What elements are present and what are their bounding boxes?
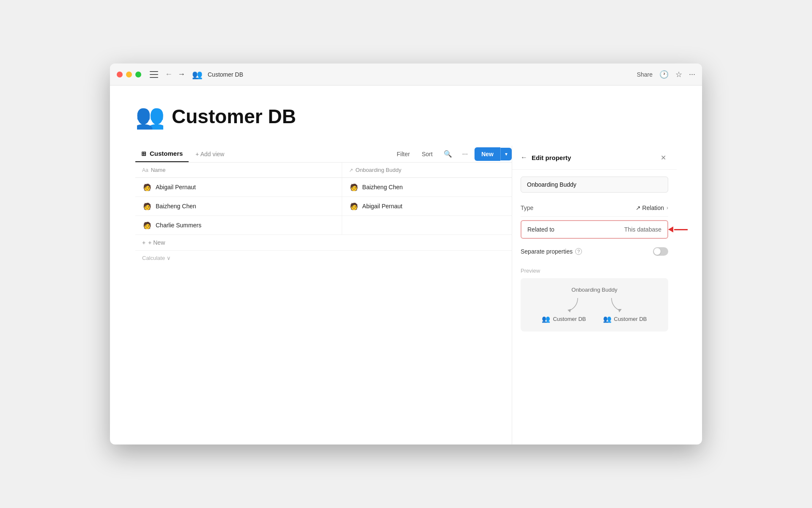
type-arrow-icon: ›: [667, 205, 668, 211]
maximize-button[interactable]: [135, 72, 141, 77]
titlebar-db-icon: 👥: [192, 69, 203, 80]
related-to-label: Related to: [527, 226, 554, 233]
page-header: 👥 Customer DB: [135, 102, 677, 130]
person-name-0: Abigail Pernaut: [156, 184, 196, 190]
new-button[interactable]: New: [475, 147, 500, 161]
table-row: 🧑 Baizheng Chen 🧑 Abigail Pernaut: [135, 197, 512, 216]
preview-db-items: 👥 Customer DB 👥 Customer DB: [542, 315, 647, 323]
avatar-2-name: 🧑: [142, 220, 152, 230]
type-label: Type: [521, 204, 533, 211]
add-new-row-button[interactable]: + + New: [135, 235, 512, 251]
col-header-name[interactable]: Aa Name: [135, 163, 342, 178]
tab-customers[interactable]: ⊞ Customers: [135, 146, 189, 162]
tabs-bar: ⊞ Customers + Add view Filter Sort 🔍 ···…: [135, 146, 512, 163]
more-icon[interactable]: ···: [459, 148, 471, 160]
panel-close-button[interactable]: ✕: [658, 152, 668, 163]
related-to-row[interactable]: Related to This database: [521, 220, 668, 239]
type-value: ↗ Relation ›: [636, 204, 668, 211]
avatar-0-name: 🧑: [142, 182, 152, 192]
type-value-text: ↗ Relation: [636, 204, 664, 211]
titlebar: ← → 👥 Customer DB Share 🕐 ☆ ···: [110, 64, 702, 86]
sort-button[interactable]: Sort: [417, 148, 437, 160]
svg-marker-1: [618, 309, 622, 312]
separate-label: Separate properties ?: [521, 248, 582, 255]
toggle-knob: [654, 248, 661, 255]
close-button[interactable]: [117, 72, 123, 77]
titlebar-title: Customer DB: [208, 71, 243, 78]
db-main: ⊞ Customers + Add view Filter Sort 🔍 ···…: [135, 146, 512, 444]
cell-name-1[interactable]: 🧑 Baizheng Chen: [135, 197, 342, 216]
preview-db-label-2: Customer DB: [614, 316, 647, 322]
cell-buddy-0[interactable]: 🧑 Baizheng Chen: [342, 178, 512, 197]
table-row: 🧑 Charlie Summers: [135, 216, 512, 235]
tabs-left: ⊞ Customers + Add view: [135, 146, 229, 162]
avatar-0-buddy: 🧑: [349, 182, 359, 192]
panel-back-button[interactable]: ←: [521, 154, 527, 161]
panel-header-left: ← Edit property: [521, 154, 571, 161]
panel-title: Edit property: [532, 154, 571, 161]
new-row-label: + New: [148, 239, 165, 246]
table-row: 🧑 Abigail Pernaut 🧑 Baizheng Chen: [135, 178, 512, 197]
col-label-name: Name: [151, 167, 166, 173]
red-arrow-indicator: [668, 226, 688, 232]
related-to-container: Related to This database: [521, 217, 668, 242]
page-title: Customer DB: [172, 105, 296, 128]
add-view-button[interactable]: + Add view: [190, 147, 229, 161]
cell-buddy-2[interactable]: [342, 216, 512, 235]
separate-toggle[interactable]: [653, 247, 668, 256]
red-arrow-head: [668, 226, 673, 232]
separate-properties-row: Separate properties ?: [521, 242, 668, 261]
svg-marker-0: [568, 309, 571, 312]
type-row[interactable]: Type ↗ Relation ›: [521, 199, 668, 217]
col-type-icon-buddy: ↗: [349, 167, 353, 173]
more-options-icon[interactable]: ···: [689, 70, 695, 79]
col-type-icon-name: Aa: [142, 167, 148, 173]
main-content: 👥 Customer DB ⊞ Customers + Add view: [110, 86, 702, 444]
calculate-label: Calculate: [142, 255, 165, 261]
preview-box: Onboarding Buddy: [521, 278, 668, 331]
cell-name-2[interactable]: 🧑 Charlie Summers: [135, 216, 342, 235]
preview-db-item-1: 👥 Customer DB: [542, 315, 586, 323]
preview-db-icon-2: 👥: [603, 315, 612, 323]
buddy-name-1: Abigail Pernaut: [362, 203, 403, 210]
search-icon[interactable]: 🔍: [440, 147, 455, 160]
col-header-buddy[interactable]: ↗ Onboarding Buddy: [342, 163, 512, 178]
person-name-1: Baizheng Chen: [156, 203, 196, 210]
star-icon[interactable]: ☆: [675, 70, 682, 79]
minimize-button[interactable]: [126, 72, 132, 77]
property-name-input[interactable]: [521, 177, 668, 193]
share-button[interactable]: Share: [637, 71, 653, 78]
forward-arrow[interactable]: →: [176, 69, 187, 80]
nav-arrows: ← →: [163, 69, 187, 80]
calculate-button[interactable]: Calculate ∨: [135, 251, 512, 265]
preview-section: Preview Onboarding Buddy: [521, 268, 668, 331]
related-to-value: This database: [624, 226, 661, 233]
cell-buddy-1[interactable]: 🧑 Abigail Pernaut: [342, 197, 512, 216]
back-arrow[interactable]: ←: [163, 69, 174, 80]
new-button-group: New ▾: [475, 147, 512, 161]
preview-db-item-2: 👥 Customer DB: [603, 315, 647, 323]
traffic-lights: [117, 72, 141, 77]
table-icon: ⊞: [141, 150, 146, 157]
page-icon: 👥: [135, 102, 165, 130]
tabs-right: Filter Sort 🔍 ··· New ▾: [392, 147, 512, 161]
cell-name-0[interactable]: 🧑 Abigail Pernaut: [135, 178, 342, 197]
help-icon[interactable]: ?: [575, 248, 582, 255]
history-icon[interactable]: 🕐: [659, 70, 669, 79]
preview-label: Preview: [521, 268, 668, 274]
preview-db-icon-1: 👥: [542, 315, 550, 323]
col-label-buddy: Onboarding Buddy: [356, 167, 401, 173]
table-container: Aa Name ↗ Onboarding Buddy: [135, 163, 512, 444]
filter-button[interactable]: Filter: [392, 148, 414, 160]
db-area: ⊞ Customers + Add view Filter Sort 🔍 ···…: [135, 146, 677, 444]
buddy-name-0: Baizheng Chen: [362, 184, 403, 190]
new-dropdown-arrow[interactable]: ▾: [500, 148, 512, 160]
plus-icon: +: [142, 239, 145, 246]
preview-arrows-svg: [557, 298, 633, 315]
avatar-1-buddy: 🧑: [349, 201, 359, 211]
menu-icon[interactable]: [150, 71, 158, 78]
separate-label-text: Separate properties: [521, 248, 573, 255]
panel-header: ← Edit property ✕: [512, 146, 677, 170]
preview-db-label-1: Customer DB: [553, 316, 586, 322]
titlebar-right: Share 🕐 ☆ ···: [637, 70, 695, 79]
